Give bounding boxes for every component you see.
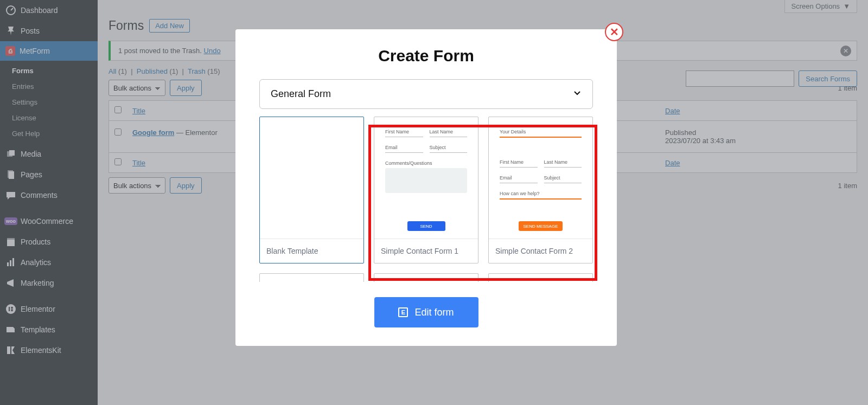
create-form-modal: ✕ Create Form General Form Blank Templat… <box>235 29 617 346</box>
template-peek[interactable] <box>259 273 364 282</box>
template-peek[interactable] <box>374 273 478 282</box>
elementor-edit-icon: E <box>398 307 408 317</box>
preview-send-button: SEND <box>407 221 445 231</box>
template-preview: Your Details First NameLast Name EmailSu… <box>489 117 592 239</box>
template-label: Simple Contact Form 2 <box>489 239 592 263</box>
template-simple-contact-1[interactable]: First NameLast Name EmailSubject Comment… <box>374 117 478 263</box>
preview-send-message-button: SEND MESSAGE <box>519 221 562 231</box>
template-label: Blank Template <box>260 239 363 263</box>
templates-row: Blank Template First NameLast Name Email… <box>259 117 593 263</box>
template-peek[interactable] <box>488 273 593 282</box>
template-label: Simple Contact Form 1 <box>374 239 478 263</box>
chevron-down-icon <box>573 88 582 100</box>
template-preview: First NameLast Name EmailSubject Comment… <box>374 117 478 239</box>
form-type-value: General Form <box>271 88 331 100</box>
templates-row-next <box>259 273 593 282</box>
modal-close-button[interactable]: ✕ <box>605 23 623 41</box>
modal-title: Create Form <box>259 47 593 65</box>
template-preview <box>260 117 363 239</box>
template-blank[interactable]: Blank Template <box>259 117 364 263</box>
template-simple-contact-2[interactable]: Your Details First NameLast Name EmailSu… <box>488 117 593 263</box>
edit-form-button[interactable]: E Edit form <box>374 297 478 327</box>
form-type-select[interactable]: General Form <box>259 79 593 109</box>
label: Edit form <box>414 307 454 318</box>
